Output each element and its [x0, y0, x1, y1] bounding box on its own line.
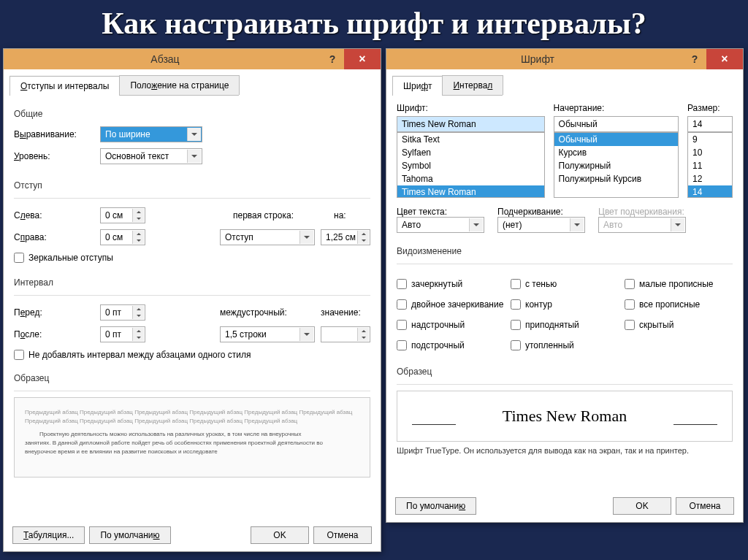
size-textbox[interactable]: 14 [687, 116, 733, 132]
textcolor-combo[interactable]: Авто [397, 217, 484, 233]
spin-up-icon[interactable] [132, 209, 144, 215]
after-spinner[interactable]: 0 пт [100, 326, 145, 342]
ulcolor-combo: Авто [598, 217, 686, 233]
by-spinner[interactable]: 1,25 см [321, 229, 370, 245]
list-item[interactable]: Sitka Text [397, 133, 544, 146]
firstline-label: первая строка: [233, 210, 328, 220]
font-dialog: Шрифт ? × Шрифт Интервал Шрифт: Times Ne… [386, 48, 744, 523]
font-info: Шрифт TrueType. Он используется для выво… [397, 446, 733, 455]
smallcaps-checkbox[interactable]: малые прописные [625, 279, 733, 289]
style-label: Начертание: [554, 103, 679, 113]
list-item[interactable]: Tahoma [397, 172, 544, 185]
underline-combo[interactable]: (нет) [497, 217, 585, 233]
list-item[interactable]: Полужирный Курсив [554, 172, 678, 185]
indent-left-spinner[interactable]: 0 см [100, 207, 145, 223]
list-item[interactable]: Times New Roman [397, 185, 544, 198]
list-item[interactable]: Курсив [554, 146, 678, 159]
tabulation-button[interactable]: Табуляция... [12, 526, 85, 544]
list-item[interactable]: 14 [688, 185, 732, 198]
at-label: значение: [321, 307, 370, 318]
group-effects: Видоизменение [397, 246, 733, 256]
ok-button[interactable]: OK [613, 497, 671, 515]
group-preview: Образец [14, 373, 370, 383]
at-spinner[interactable] [321, 326, 370, 342]
spin-down-icon[interactable] [132, 237, 144, 244]
after-label: После: [14, 329, 94, 340]
help-button[interactable]: ? [321, 49, 344, 69]
close-button[interactable]: × [344, 49, 381, 69]
indent-left-label: Слева: [14, 210, 94, 220]
size-listbox[interactable]: 9 10 11 12 14 [687, 132, 733, 198]
font-label: Шрифт: [397, 103, 545, 113]
outline-checkbox[interactable]: контур [511, 299, 619, 310]
level-label: Уровень: [14, 151, 94, 161]
indent-right-spinner[interactable]: 0 см [100, 229, 145, 245]
align-combo[interactable]: По ширине [100, 126, 202, 142]
engrave-checkbox[interactable]: утопленный [511, 340, 619, 350]
superscript-checkbox[interactable]: надстрочный [397, 320, 505, 330]
list-item[interactable]: Sylfaen [397, 146, 544, 159]
cancel-button[interactable]: Отмена [676, 497, 734, 515]
list-item[interactable]: 9 [688, 133, 732, 146]
list-item[interactable]: 11 [688, 159, 732, 172]
page-title: Как настраивать шрифт и интервалы? [0, 0, 748, 48]
style-textbox[interactable]: Обычный [554, 116, 679, 132]
tab-position[interactable]: Положение на странице [119, 75, 240, 95]
titlebar: Шрифт ? × [386, 49, 743, 69]
tabs: Шрифт Интервал [392, 75, 503, 96]
mirror-indent-checkbox[interactable]: Зеркальные отступы [14, 253, 370, 263]
emboss-checkbox[interactable]: приподнятый [511, 320, 619, 330]
no-space-checkbox[interactable]: Не добавлять интервал между абзацами одн… [14, 350, 370, 360]
titlebar: Абзац ? × [4, 49, 381, 69]
default-button[interactable]: По умолчанию [395, 497, 476, 515]
dblstrike-checkbox[interactable]: двойное зачеркивание [397, 299, 505, 310]
align-label: Выравнивание: [14, 129, 94, 139]
allcaps-checkbox[interactable]: все прописные [625, 299, 733, 310]
list-item[interactable]: Symbol [397, 159, 544, 172]
group-sample: Образец [397, 367, 733, 377]
spin-down-icon[interactable] [132, 215, 144, 222]
indent-right-label: Справа: [14, 232, 94, 242]
strike-checkbox[interactable]: зачеркнутый [397, 279, 505, 289]
line-label: междустрочный: [220, 307, 315, 318]
help-button[interactable]: ? [683, 49, 706, 69]
firstline-combo[interactable]: Отступ [220, 229, 315, 245]
level-combo[interactable]: Основной текст [100, 148, 202, 164]
before-label: Перед: [14, 307, 94, 318]
font-textbox[interactable]: Times New Roman [397, 116, 545, 132]
group-spacing: Интервал [14, 277, 370, 288]
tab-advanced[interactable]: Интервал [442, 75, 503, 95]
list-item[interactable]: 10 [688, 146, 732, 159]
dialog-title: Шрифт [392, 53, 683, 65]
group-general: Общие [14, 109, 370, 119]
hidden-checkbox[interactable]: скрытый [625, 320, 733, 330]
textcolor-label: Цвет текста: [397, 207, 484, 217]
cancel-button[interactable]: Отмена [313, 526, 372, 544]
spin-down-icon[interactable] [357, 237, 369, 244]
default-button[interactable]: По умолчанию [89, 526, 170, 544]
list-item[interactable]: 12 [688, 172, 732, 185]
list-item[interactable]: Обычный [554, 133, 678, 146]
font-listbox[interactable]: Sitka Text Sylfaen Symbol Tahoma Times N… [397, 132, 545, 198]
dialog-title: Абзац [9, 53, 321, 65]
ulcolor-label: Цвет подчеркивания: [598, 207, 686, 217]
size-label: Размер: [687, 103, 733, 113]
close-button[interactable]: × [706, 49, 743, 69]
dialogs-container: Абзац ? × Отступы и интервалы Положение … [0, 48, 748, 552]
sample-box: Times New Roman [397, 391, 733, 442]
group-indent: Отступ [14, 180, 370, 191]
ok-button[interactable]: OK [251, 526, 309, 544]
spin-up-icon[interactable] [357, 231, 369, 237]
shadow-checkbox[interactable]: с тенью [511, 279, 619, 289]
style-listbox[interactable]: Обычный Курсив Полужирный Полужирный Кур… [554, 132, 679, 198]
tabs: Отступы и интервалы Положение на страниц… [9, 75, 239, 96]
before-spinner[interactable]: 0 пт [100, 304, 145, 321]
tab-font[interactable]: Шрифт [392, 76, 443, 96]
line-spacing-combo[interactable]: 1,5 строки [220, 326, 315, 342]
tab-indents[interactable]: Отступы и интервалы [9, 76, 120, 96]
preview-box: Предыдущий абзац Предыдущий абзац Предыд… [14, 397, 370, 477]
spin-up-icon[interactable] [132, 231, 144, 237]
list-item[interactable]: Полужирный [554, 159, 678, 172]
paragraph-dialog: Абзац ? × Отступы и интервалы Положение … [3, 48, 381, 552]
subscript-checkbox[interactable]: подстрочный [397, 340, 505, 350]
